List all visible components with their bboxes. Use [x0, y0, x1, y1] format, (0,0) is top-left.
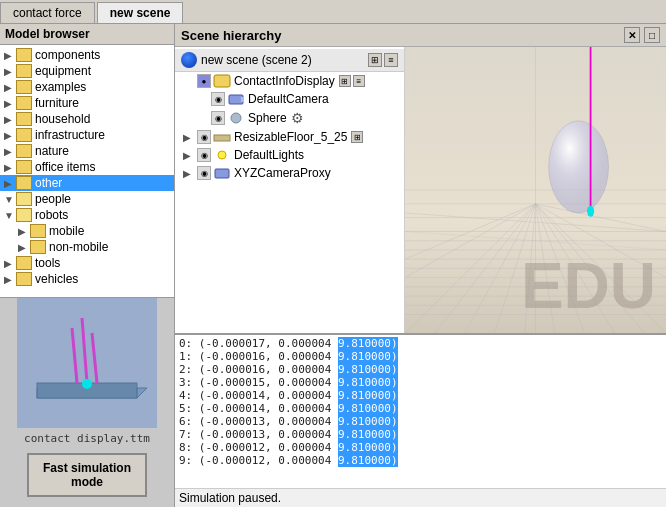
- expander-icon: ▶: [18, 226, 30, 237]
- scene-hierarchy-title: Scene hierarchy: [181, 28, 281, 43]
- tree-item-other[interactable]: ▶ other: [0, 175, 174, 191]
- scene-item-contactinfodisplay[interactable]: ● ContactInfoDisplay ⊞ ≡: [175, 72, 404, 90]
- scene-item-sphere[interactable]: ◉ Sphere ⚙: [175, 108, 404, 128]
- svg-point-11: [231, 113, 241, 123]
- visibility-icon[interactable]: ◉: [211, 111, 225, 125]
- item-label: DefaultLights: [234, 148, 304, 162]
- 3d-viewport[interactable]: EDU: [405, 47, 666, 333]
- object-icon: [213, 130, 231, 144]
- expander-icon: ▶: [4, 146, 16, 157]
- object-icon: [213, 166, 231, 180]
- tree-item-examples[interactable]: ▶ examples: [0, 79, 174, 95]
- expander-icon: ▶: [183, 150, 197, 161]
- visibility-icon[interactable]: ◉: [197, 166, 211, 180]
- item-btn-1[interactable]: ⊞: [339, 75, 351, 87]
- svg-line-3: [82, 318, 87, 383]
- item-label: Sphere: [248, 111, 287, 125]
- tree-item-vehicles[interactable]: ▶ vehicles: [0, 271, 174, 287]
- data-line: 4: (-0.000014, 0.000004 9.810000): [179, 389, 662, 402]
- maximize-button[interactable]: □: [644, 27, 660, 43]
- data-line: 1: (-0.000016, 0.000004 9.810000): [179, 350, 662, 363]
- scene-control-btn-1[interactable]: ⊞: [368, 53, 382, 67]
- model-browser-tree[interactable]: ▶ components ▶ equipment ▶ examples ▶ fu…: [0, 45, 174, 297]
- svg-point-46: [549, 121, 609, 213]
- svg-rect-14: [215, 169, 229, 178]
- data-line: 0: (-0.000017, 0.000004 9.810000): [179, 337, 662, 350]
- tree-item-tools[interactable]: ▶ tools: [0, 255, 174, 271]
- data-line: 5: (-0.000014, 0.000004 9.810000): [179, 402, 662, 415]
- data-line: 6: (-0.000013, 0.000004 9.810000): [179, 415, 662, 428]
- expander-icon: ▶: [4, 162, 16, 173]
- item-label: ContactInfoDisplay: [234, 74, 335, 88]
- expander-icon: ▶: [4, 98, 16, 109]
- tree-item-nature[interactable]: ▶ nature: [0, 143, 174, 159]
- item-label: DefaultCamera: [248, 92, 329, 106]
- folder-open-icon: [16, 192, 32, 206]
- settings-icon[interactable]: ⚙: [291, 110, 304, 126]
- data-output[interactable]: 0: (-0.000017, 0.000004 9.810000) 1: (-0…: [175, 335, 666, 488]
- data-output-section: 0: (-0.000017, 0.000004 9.810000) 1: (-0…: [175, 334, 666, 507]
- expander-icon: ▼: [4, 210, 16, 221]
- header-controls: ✕ □: [624, 27, 660, 43]
- scene-tree[interactable]: new scene (scene 2) ⊞ ≡ ● ContactI: [175, 47, 405, 333]
- svg-point-13: [218, 151, 226, 159]
- preview-svg: [17, 298, 157, 428]
- scene-control-btn-2[interactable]: ≡: [384, 53, 398, 67]
- folder-open-icon: [16, 208, 32, 222]
- tree-item-components[interactable]: ▶ components: [0, 47, 174, 63]
- expander-icon: ▶: [4, 130, 16, 141]
- item-label: ResizableFloor_5_25: [234, 130, 347, 144]
- tree-item-non-mobile[interactable]: ▶ non-mobile: [0, 239, 174, 255]
- tree-item-mobile[interactable]: ▶ mobile: [0, 223, 174, 239]
- item-label: XYZCameraProxy: [234, 166, 331, 180]
- svg-point-48: [587, 206, 594, 217]
- fast-sim-box: Fast simulationmode: [27, 453, 147, 497]
- expander-icon: ▶: [4, 274, 16, 285]
- tab-bar: contact force new scene: [0, 0, 666, 24]
- item-btn-1[interactable]: ⊞: [351, 131, 363, 143]
- expander-icon: ▶: [4, 50, 16, 61]
- visibility-icon[interactable]: ◉: [197, 130, 211, 144]
- scene-item-resizablefloor[interactable]: ▶ ◉ ResizableFloor_5_25 ⊞: [175, 128, 404, 146]
- svg-rect-10: [241, 97, 244, 102]
- scene-item-xyzcameraproxy[interactable]: ▶ ◉ XYZCameraProxy: [175, 164, 404, 182]
- visibility-icon[interactable]: ◉: [211, 92, 225, 106]
- item-btn-2[interactable]: ≡: [353, 75, 365, 87]
- right-panel: Scene hierarchy ✕ □ new scene (scene 2) …: [175, 24, 666, 507]
- folder-icon: [16, 176, 32, 190]
- scene-item-defaultlights[interactable]: ▶ ◉ DefaultLights: [175, 146, 404, 164]
- folder-icon: [16, 64, 32, 78]
- tree-item-equipment[interactable]: ▶ equipment: [0, 63, 174, 79]
- scene-item-defaultcamera[interactable]: ◉ DefaultCamera: [175, 90, 404, 108]
- svg-line-4: [92, 333, 97, 383]
- folder-icon: [16, 256, 32, 270]
- scene-tree-header: new scene (scene 2) ⊞ ≡: [175, 49, 404, 72]
- tree-item-infrastructure[interactable]: ▶ infrastructure: [0, 127, 174, 143]
- expander-icon: ▶: [4, 114, 16, 125]
- visibility-icon[interactable]: ◉: [197, 148, 211, 162]
- object-icon: [227, 92, 245, 106]
- tree-item-office-items[interactable]: ▶ office items: [0, 159, 174, 175]
- svg-rect-9: [229, 95, 243, 104]
- tree-item-furniture[interactable]: ▶ furniture: [0, 95, 174, 111]
- svg-point-5: [82, 379, 92, 389]
- expander-icon: ▶: [4, 258, 16, 269]
- preview-label: contact display.ttm: [24, 432, 150, 445]
- close-button[interactable]: ✕: [624, 27, 640, 43]
- visibility-icon[interactable]: ●: [197, 74, 211, 88]
- folder-icon: [16, 128, 32, 142]
- status-bar: Simulation paused.: [175, 488, 666, 507]
- expander-icon: ▶: [183, 132, 197, 143]
- expander-icon: ▶: [18, 242, 30, 253]
- tree-item-people[interactable]: ▼ people: [0, 191, 174, 207]
- edu-watermark: EDU: [521, 249, 656, 323]
- folder-icon: [16, 80, 32, 94]
- scene-hierarchy-header: Scene hierarchy ✕ □: [175, 24, 666, 47]
- tree-item-household[interactable]: ▶ household: [0, 111, 174, 127]
- scene-content: new scene (scene 2) ⊞ ≡ ● ContactI: [175, 47, 666, 333]
- object-icon: [213, 148, 231, 162]
- tree-item-robots[interactable]: ▼ robots: [0, 207, 174, 223]
- tab-new-scene[interactable]: new scene: [97, 2, 184, 23]
- tab-contact-force[interactable]: contact force: [0, 2, 95, 23]
- object-icon: [227, 111, 245, 125]
